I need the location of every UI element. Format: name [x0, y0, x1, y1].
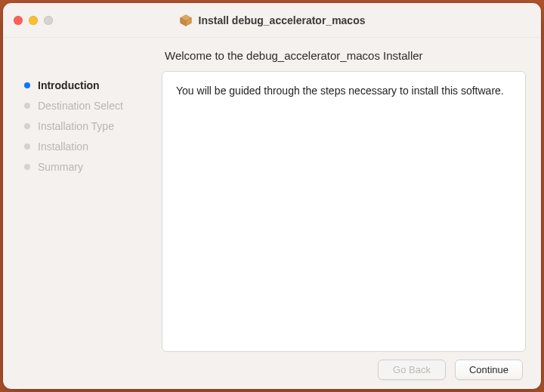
step-label: Destination Select	[38, 100, 123, 112]
step-label: Installation	[38, 140, 88, 153]
step-summary: Summary	[24, 161, 154, 173]
package-icon	[179, 14, 193, 27]
step-bullet-icon	[24, 123, 30, 129]
footer-buttons: Go Back Continue	[162, 352, 526, 380]
step-introduction: Introduction	[24, 79, 154, 91]
window-body: Introduction Destination Select Installa…	[3, 38, 541, 389]
step-installation-type: Installation Type	[24, 120, 154, 132]
title-center: Install debug_accelerator_macos	[3, 14, 541, 27]
svg-marker-1	[180, 17, 185, 26]
continue-button[interactable]: Continue	[455, 360, 523, 380]
continue-label: Continue	[469, 364, 508, 375]
window-controls	[14, 16, 53, 25]
page-heading: Welcome to the debug_accelerator_macos I…	[165, 49, 526, 62]
step-label: Summary	[38, 161, 83, 173]
zoom-window-button	[44, 16, 53, 25]
svg-marker-2	[186, 17, 191, 26]
step-bullet-icon	[24, 164, 30, 170]
step-label: Installation Type	[38, 120, 114, 132]
step-bullet-icon	[24, 103, 30, 109]
close-window-button[interactable]	[14, 16, 23, 25]
installer-window: Install debug_accelerator_macos Introduc…	[3, 3, 541, 389]
step-label: Introduction	[38, 79, 100, 91]
step-bullet-icon	[24, 144, 30, 150]
svg-marker-0	[180, 14, 191, 20]
main-area: Welcome to the debug_accelerator_macos I…	[162, 49, 526, 380]
step-bullet-icon	[24, 82, 30, 88]
titlebar: Install debug_accelerator_macos	[3, 3, 541, 38]
window-title: Install debug_accelerator_macos	[199, 14, 366, 26]
go-back-label: Go Back	[393, 364, 431, 375]
steps-sidebar: Introduction Destination Select Installa…	[18, 49, 154, 380]
step-installation: Installation	[24, 140, 154, 153]
minimize-window-button[interactable]	[29, 16, 38, 25]
content-panel: You will be guided through the steps nec…	[162, 71, 526, 352]
go-back-button: Go Back	[378, 360, 446, 380]
steps-list: Introduction Destination Select Installa…	[18, 79, 154, 173]
welcome-text: You will be guided through the steps nec…	[176, 84, 512, 98]
step-destination-select: Destination Select	[24, 100, 154, 112]
